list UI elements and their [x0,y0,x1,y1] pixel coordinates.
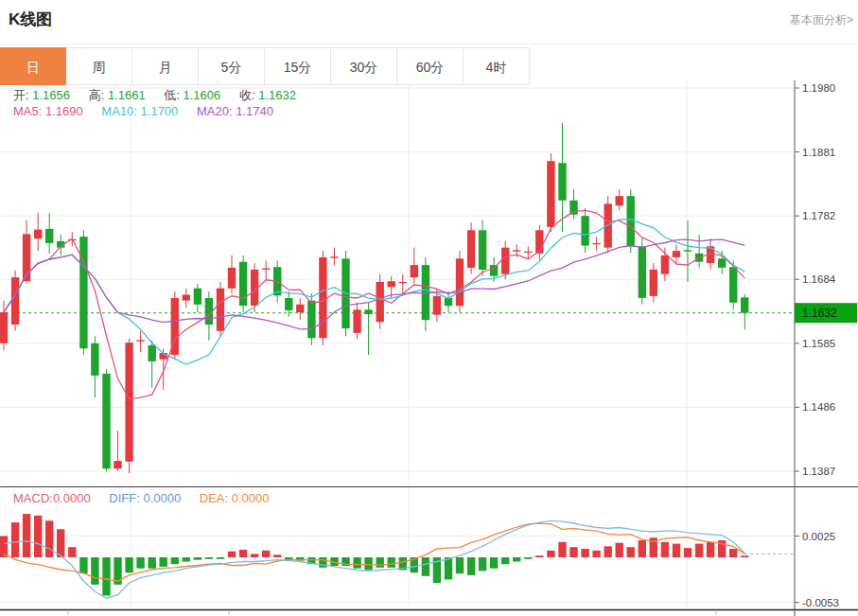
high-label: 高: [89,88,105,102]
ma-legend: MA5: 1.1690 MA10: 1.1700 MA20: 1.1740 [13,104,289,118]
diff-value: 0.0000 [143,491,181,505]
svg-text:1.1980: 1.1980 [802,82,835,94]
kline-page: 1.19801.18811.17821.16841.15851.14861.13… [0,0,858,616]
ma20-value: 1.1740 [236,104,273,118]
svg-text:-0.0053: -0.0053 [802,597,839,608]
ma5-label: MA5: [13,104,42,118]
tab-5min[interactable]: 5分 [199,47,265,85]
open-value: 1.1656 [32,88,70,102]
svg-text:1.1387: 1.1387 [802,466,835,477]
svg-text:1.1782: 1.1782 [802,210,835,221]
macd-label: MACD: [13,491,53,505]
close-label: 收: [239,88,255,102]
high-value: 1.1661 [108,88,146,102]
svg-text:0.0025: 0.0025 [802,531,835,542]
svg-text:1.1684: 1.1684 [802,273,836,285]
tab-15min[interactable]: 15分 [265,47,331,85]
tab-day[interactable]: 日 [0,47,66,85]
dea-value: 0.0000 [232,491,270,505]
ma5-value: 1.1690 [45,104,83,118]
tab-week[interactable]: 周 [66,47,132,85]
tab-4hour[interactable]: 4时 [464,47,530,85]
ma10-label: MA10: [101,104,137,118]
open-label: 开: [13,88,29,102]
macd-value: 0.0000 [53,491,91,505]
svg-text:1.1585: 1.1585 [802,338,835,349]
fundamental-analysis-link[interactable]: 基本面分析> [790,12,853,28]
svg-text:1.1881: 1.1881 [802,147,835,158]
svg-text:1.1632: 1.1632 [802,307,837,320]
page-title: K线图 [9,9,52,30]
diff-label: DIFF: [109,491,140,505]
tab-month[interactable]: 月 [132,47,199,85]
low-value: 1.1606 [184,88,221,102]
tab-30min[interactable]: 30分 [331,47,397,85]
macd-legend: MACD:0.0000 DIFF: 0.0000 DEA: 0.0000 [13,491,285,505]
dea-label: DEA: [200,491,228,505]
close-value: 1.1632 [258,88,296,102]
ma20-label: MA20: [197,104,233,118]
tab-60min[interactable]: 60分 [397,47,464,85]
low-label: 低: [164,88,180,102]
page-header: K线图 基本面分析> [0,0,858,44]
ma10-value: 1.1700 [141,104,179,118]
svg-text:1.1486: 1.1486 [802,401,835,413]
ohlc-legend: 开: 1.1656 高: 1.1661 低: 1.1606 收: 1.1632 [13,87,311,104]
interval-tabbar: 日 周 月 5分 15分 30分 60分 4时 [0,47,530,85]
